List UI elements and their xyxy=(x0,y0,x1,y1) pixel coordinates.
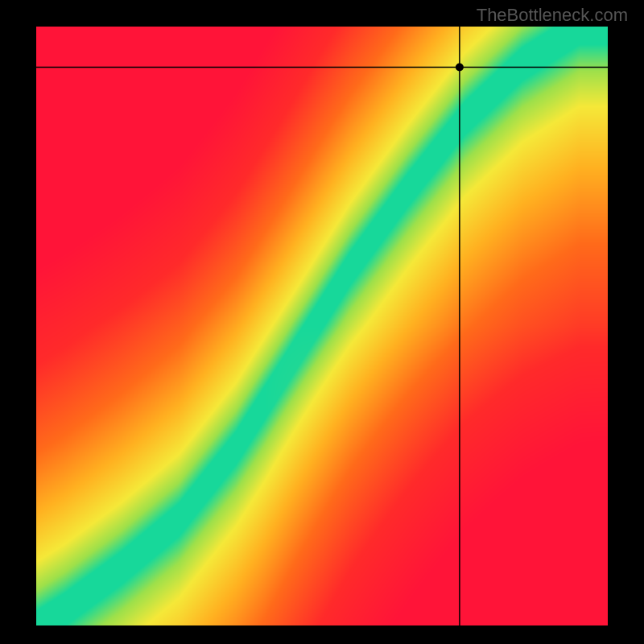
watermark-text: TheBottleneck.com xyxy=(477,5,628,26)
bottleneck-heatmap xyxy=(0,0,644,644)
chart-container: TheBottleneck.com xyxy=(0,0,644,644)
